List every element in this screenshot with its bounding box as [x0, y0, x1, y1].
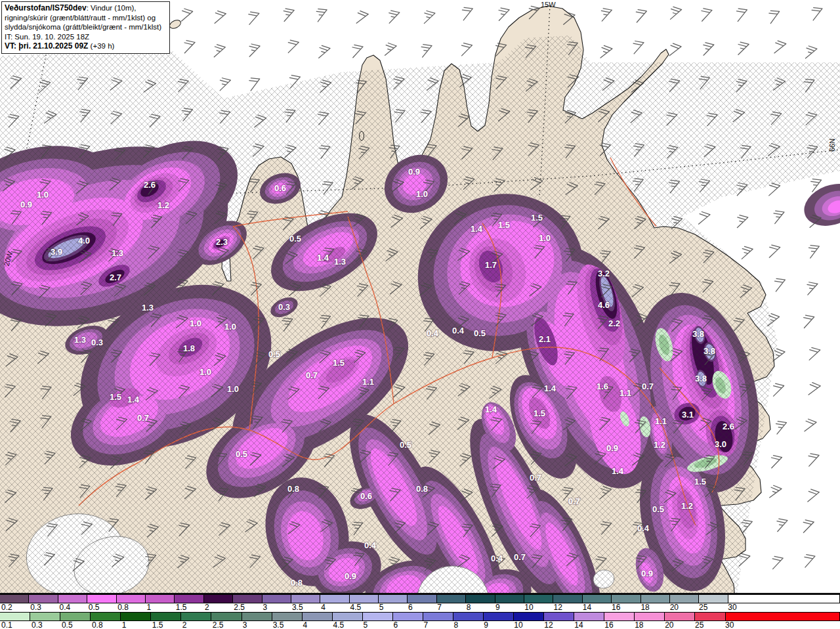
- precip-value-label: 1.5: [694, 477, 706, 487]
- precip-value-label: 0.7: [568, 496, 580, 506]
- precip-value-label: 4.6: [598, 300, 610, 310]
- precip-value-label: 2.2: [608, 318, 620, 328]
- scale-tick-label: 18: [633, 621, 643, 629]
- scale-tick-label: 1.5: [151, 621, 163, 629]
- scale-tick-label: 0.5: [87, 603, 100, 611]
- scale-tick-label: 1: [145, 603, 151, 611]
- scale-tick-label: 18: [639, 603, 649, 611]
- scale-tick-label: 14: [581, 603, 591, 611]
- scale-segment: [272, 612, 303, 621]
- scale-tick-label: 7: [422, 621, 428, 629]
- precip-value-label: 0.9: [345, 571, 356, 581]
- precip-value-label: 2.1: [539, 334, 551, 344]
- scale-segment: [436, 594, 466, 603]
- scale-tick-label: 2: [203, 603, 209, 611]
- scale-segment: [669, 594, 699, 603]
- title-line-1: Veðurstofan/IS750dev: Vindur (10m),: [5, 3, 167, 13]
- scale-tick-label: 9: [494, 603, 500, 611]
- precip-value-label: 2.6: [144, 180, 156, 190]
- scale-segment: [0, 612, 30, 621]
- scale-segment: [262, 594, 291, 603]
- model-name: Veðurstofan/IS750dev: [5, 3, 87, 12]
- scale-tick-label: 3: [262, 603, 268, 611]
- scale-tick-label: 12: [553, 603, 562, 611]
- precip-value-label: 0.9: [641, 569, 653, 578]
- precip-value-label: 1.7: [485, 260, 497, 270]
- precip-value-label: 1.4: [612, 466, 624, 476]
- precip-value-label: 1.4: [544, 383, 556, 393]
- scale-tick-label: 4: [320, 603, 326, 611]
- scale-tick-label: 30: [724, 621, 734, 629]
- rain-scale-band: [0, 612, 840, 621]
- scale-segment: [28, 594, 58, 603]
- valid-time: VT: þri. 21.10.2025 09Z (+39 h): [5, 41, 167, 51]
- scale-segment: [604, 612, 635, 621]
- scale-segment: [120, 612, 151, 621]
- scale-segment: [553, 594, 582, 603]
- sleet-snow-scale-band: [0, 594, 840, 603]
- scale-tick-label: 25: [694, 621, 704, 629]
- scale-segment: [58, 594, 87, 603]
- scale-segment: [392, 612, 423, 621]
- scale-segment: [116, 594, 146, 603]
- scale-segment: [30, 612, 60, 621]
- scale-tick-label: 5: [362, 621, 368, 629]
- scale-segment: [423, 612, 453, 621]
- precip-value-label: 1.3: [112, 248, 123, 258]
- precip-value-label: 1.2: [158, 200, 169, 210]
- scale-segment: [90, 612, 121, 621]
- precip-value-label: 1.2: [654, 440, 665, 450]
- longitude-label-15w: 15W: [541, 1, 556, 9]
- scale-segment: [60, 612, 91, 621]
- precip-value-label: 0.5: [236, 449, 247, 459]
- precip-value-label: 0.5: [474, 328, 486, 338]
- scale-segment: [495, 594, 524, 603]
- precip-value-label: 1.5: [110, 392, 121, 402]
- rain-scale-labels: 0.10.30.50.811.522.533.544.5567891012141…: [0, 621, 840, 629]
- scale-tick-label: 6: [407, 603, 413, 611]
- precip-value-label: 1.1: [362, 377, 374, 387]
- precip-value-label: 1.1: [620, 388, 631, 398]
- precip-value-label: 1.1: [655, 416, 667, 426]
- scale-tick-label: 20: [669, 603, 679, 611]
- scale-segment: [349, 594, 379, 603]
- precip-value-label: 3.8: [692, 329, 704, 339]
- precip-value-label: 0.4: [637, 523, 650, 533]
- precip-value-label: 0.4: [364, 540, 377, 550]
- precip-value-label: 1.6: [597, 381, 608, 391]
- precip-value-label: 0.4: [452, 326, 465, 336]
- precip-value-label: 0.5: [400, 440, 411, 450]
- scale-segment: [513, 612, 544, 621]
- precip-value-label: 1.5: [333, 358, 345, 368]
- scale-tick-label: 0.4: [58, 603, 71, 611]
- precip-value-label: 1.3: [334, 257, 346, 267]
- precip-value-label: 1.4: [485, 404, 497, 414]
- scale-segment: [87, 594, 116, 603]
- precip-value-label: 1.5: [534, 408, 545, 418]
- scale-tick-label: 16: [603, 621, 613, 629]
- precip-value-label: 0.3: [91, 337, 103, 347]
- precip-value-label: 1.0: [224, 322, 236, 332]
- precip-value-label: 3.8: [695, 374, 707, 383]
- hatch-overlay: [0, 35, 840, 629]
- precip-value-label: 1.4: [317, 253, 329, 263]
- scale-segment: [232, 594, 262, 603]
- map-canvas: 1.00.92.61.24.03.91.32.72.30.60.51.41.30…: [0, 0, 840, 629]
- scale-tick-label: 30: [726, 603, 736, 611]
- scale-tick-label: 3.5: [272, 621, 284, 629]
- scale-segment: [694, 612, 725, 621]
- precip-value-label: 0.5: [268, 349, 280, 359]
- weather-map-screenshot: 1.00.92.61.24.03.91.32.72.30.60.51.41.30…: [0, 0, 840, 629]
- scale-tick-label: 0.1: [0, 621, 12, 629]
- precip-value-label: 0.6: [360, 491, 372, 501]
- scale-tick-label: 4.5: [348, 603, 361, 611]
- precip-value-label: 1.0: [227, 384, 239, 394]
- legend: 0.20.30.40.50.811.522.533.544.5567891012…: [0, 593, 840, 629]
- precip-value-label: 2.7: [110, 272, 121, 282]
- scale-tick-label: 2.5: [232, 603, 245, 611]
- precip-value-label: 3.9: [51, 247, 62, 257]
- scale-tick-label: 25: [698, 603, 707, 611]
- scale-segment: [362, 612, 393, 621]
- title-line-3: slydda/snjókoma (grátt/bleikt/grænt - mm…: [5, 22, 167, 32]
- scale-tick-label: 2.5: [211, 621, 224, 629]
